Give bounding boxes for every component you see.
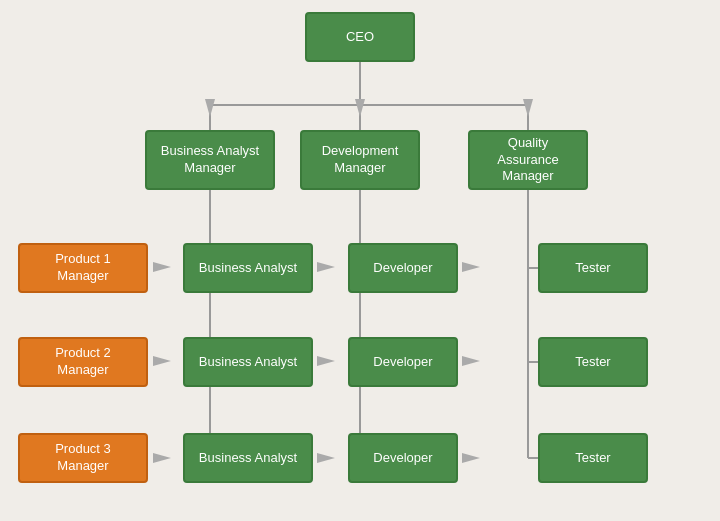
arrow-ceo-dm bbox=[349, 97, 371, 119]
svg-marker-29 bbox=[153, 453, 171, 463]
arrow-pm1-ba1 bbox=[151, 256, 173, 278]
node-dev3: Developer bbox=[348, 433, 458, 483]
node-qam: Quality Assurance Manager bbox=[468, 130, 588, 190]
arrow-ba2-dev2 bbox=[315, 350, 337, 372]
node-dev1: Developer bbox=[348, 243, 458, 293]
node-ba3: Business Analyst bbox=[183, 433, 313, 483]
svg-marker-27 bbox=[317, 356, 335, 366]
arrow-pm3-ba3 bbox=[151, 447, 173, 469]
svg-marker-24 bbox=[317, 262, 335, 272]
arrow-ceo-qam bbox=[517, 97, 539, 119]
svg-marker-25 bbox=[462, 262, 480, 272]
svg-marker-34 bbox=[523, 99, 533, 117]
arrow-ba1-dev1 bbox=[315, 256, 337, 278]
node-pm3: Product 3 Manager bbox=[18, 433, 148, 483]
arrow-dev1-t1 bbox=[460, 256, 482, 278]
node-dm: Development Manager bbox=[300, 130, 420, 190]
arrow-ceo-bam bbox=[199, 97, 221, 119]
node-pm1: Product 1 Manager bbox=[18, 243, 148, 293]
node-t3: Tester bbox=[538, 433, 648, 483]
arrow-dev3-t3 bbox=[460, 447, 482, 469]
svg-marker-33 bbox=[355, 99, 365, 117]
node-t2: Tester bbox=[538, 337, 648, 387]
org-chart: CEOBusiness Analyst ManagerDevelopment M… bbox=[0, 0, 720, 521]
node-ba2: Business Analyst bbox=[183, 337, 313, 387]
arrow-ba3-dev3 bbox=[315, 447, 337, 469]
svg-marker-32 bbox=[205, 99, 215, 117]
node-t1: Tester bbox=[538, 243, 648, 293]
node-bam: Business Analyst Manager bbox=[145, 130, 275, 190]
node-ba1: Business Analyst bbox=[183, 243, 313, 293]
arrow-pm2-ba2 bbox=[151, 350, 173, 372]
node-ceo: CEO bbox=[305, 12, 415, 62]
arrow-dev2-t2 bbox=[460, 350, 482, 372]
node-pm2: Product 2 Manager bbox=[18, 337, 148, 387]
svg-marker-30 bbox=[317, 453, 335, 463]
node-dev2: Developer bbox=[348, 337, 458, 387]
svg-marker-31 bbox=[462, 453, 480, 463]
svg-marker-26 bbox=[153, 356, 171, 366]
svg-marker-28 bbox=[462, 356, 480, 366]
svg-marker-23 bbox=[153, 262, 171, 272]
